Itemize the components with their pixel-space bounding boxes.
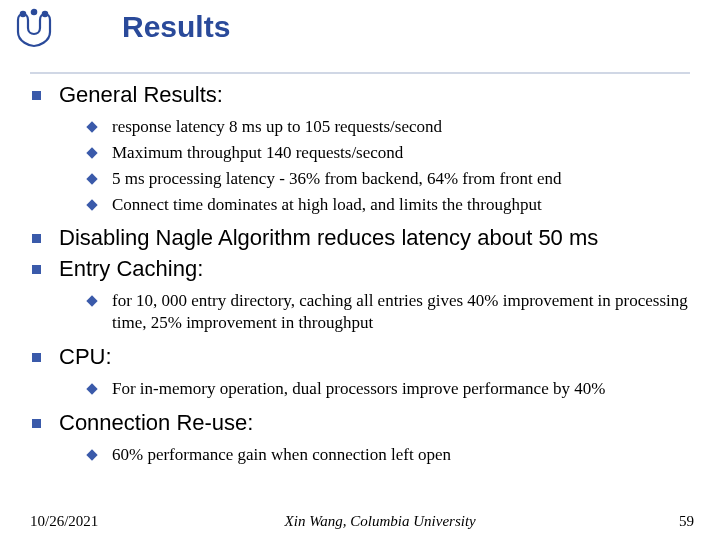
sub-text: For in-memory operation, dual processors… — [112, 378, 605, 400]
sublist-conn-reuse: 60% performance gain when connection lef… — [88, 444, 700, 466]
sub-text: 60% performance gain when connection lef… — [112, 444, 451, 466]
sublist-entry-caching: for 10, 000 entry directory, caching all… — [88, 290, 700, 334]
bullet-nagle: Disabling Nagle Algorithm reduces latenc… — [32, 225, 700, 251]
bullet-entry-caching: Entry Caching: — [32, 256, 700, 282]
diamond-bullet-icon — [86, 147, 97, 158]
heading-text: Disabling Nagle Algorithm reduces latenc… — [59, 225, 598, 251]
sub-text: Connect time dominates at high load, and… — [112, 194, 542, 216]
heading-text: Connection Re-use: — [59, 410, 253, 436]
svg-point-1 — [32, 10, 36, 14]
bullet-cpu: CPU: — [32, 344, 700, 370]
sub-item: response latency 8 ms up to 105 requests… — [88, 116, 700, 138]
diamond-bullet-icon — [86, 450, 97, 461]
square-bullet-icon — [32, 234, 41, 243]
diamond-bullet-icon — [86, 173, 97, 184]
columbia-crown-icon — [12, 6, 56, 52]
sub-item: For in-memory operation, dual processors… — [88, 378, 700, 400]
diamond-bullet-icon — [86, 122, 97, 133]
square-bullet-icon — [32, 91, 41, 100]
footer-page-number: 59 — [662, 513, 694, 530]
square-bullet-icon — [32, 265, 41, 274]
heading-text: CPU: — [59, 344, 112, 370]
diamond-bullet-icon — [86, 199, 97, 210]
sub-item: 5 ms processing latency - 36% from backe… — [88, 168, 700, 190]
diamond-bullet-icon — [86, 296, 97, 307]
slide-title: Results — [122, 10, 230, 44]
sub-item: Maximum throughput 140 requests/second — [88, 142, 700, 164]
sub-item: for 10, 000 entry directory, caching all… — [88, 290, 700, 334]
sub-item: Connect time dominates at high load, and… — [88, 194, 700, 216]
sublist-general: response latency 8 ms up to 105 requests… — [88, 116, 700, 215]
svg-point-2 — [43, 12, 47, 16]
sub-text: response latency 8 ms up to 105 requests… — [112, 116, 442, 138]
footer-author: Xin Wang, Columbia University — [98, 513, 662, 530]
slide: Results General Results: response latenc… — [0, 0, 720, 540]
title-underline — [30, 72, 690, 74]
square-bullet-icon — [32, 353, 41, 362]
slide-body: General Results: response latency 8 ms u… — [32, 82, 700, 476]
heading-text: Entry Caching: — [59, 256, 203, 282]
square-bullet-icon — [32, 419, 41, 428]
sub-text: Maximum throughput 140 requests/second — [112, 142, 403, 164]
sublist-cpu: For in-memory operation, dual processors… — [88, 378, 700, 400]
sub-text: for 10, 000 entry directory, caching all… — [112, 290, 692, 334]
footer: 10/26/2021 Xin Wang, Columbia University… — [0, 513, 720, 530]
diamond-bullet-icon — [86, 383, 97, 394]
svg-point-0 — [21, 12, 25, 16]
bullet-conn-reuse: Connection Re-use: — [32, 410, 700, 436]
sub-item: 60% performance gain when connection lef… — [88, 444, 700, 466]
footer-date: 10/26/2021 — [30, 513, 98, 530]
sub-text: 5 ms processing latency - 36% from backe… — [112, 168, 561, 190]
bullet-general-results: General Results: — [32, 82, 700, 108]
heading-text: General Results: — [59, 82, 223, 108]
